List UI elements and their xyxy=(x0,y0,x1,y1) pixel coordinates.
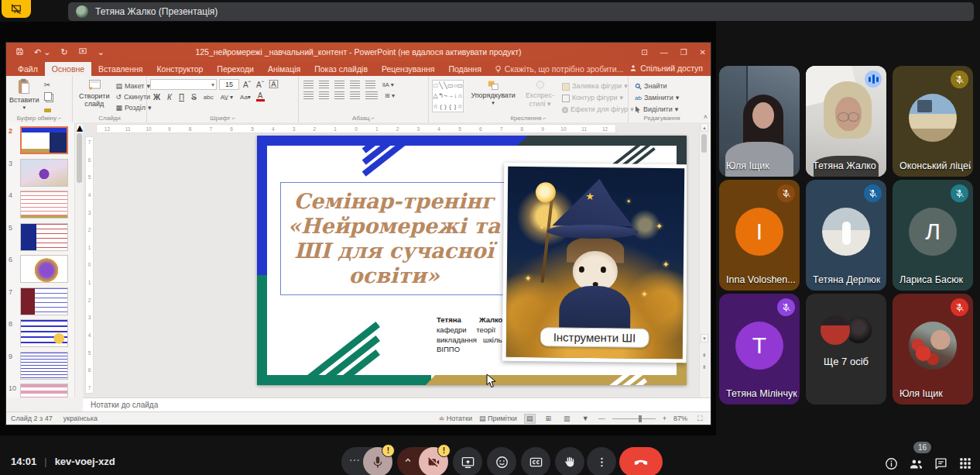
close-button[interactable]: ✕ xyxy=(700,48,706,57)
shape-option[interactable]: ☆ xyxy=(433,103,438,110)
comments-toggle[interactable]: ▤ Примітки xyxy=(479,415,517,422)
zoom-in-button[interactable]: + xyxy=(663,415,666,422)
line-spacing-button[interactable] xyxy=(365,81,375,88)
change-case-button[interactable]: Aa▾ xyxy=(238,94,252,101)
shape-option[interactable]: ↰ xyxy=(438,92,444,99)
tab-рецензування[interactable]: Рецензування xyxy=(375,62,441,76)
previous-slide-button[interactable]: ⇞ xyxy=(701,351,708,360)
fit-to-window-button[interactable]: ⛶ xyxy=(694,414,706,424)
thumbnail-preview[interactable] xyxy=(20,191,68,219)
customize-qat-button[interactable]: ⌄ xyxy=(98,47,105,57)
microphone-button[interactable]: ! xyxy=(363,447,392,475)
thumbnail-preview[interactable] xyxy=(20,159,68,187)
activities-button[interactable] xyxy=(955,453,975,473)
save-button[interactable] xyxy=(15,47,24,57)
font-name-combobox[interactable]: ▾ xyxy=(150,79,217,90)
slide-image[interactable]: ★ ✦ ✦ ✦ ✦ ✦ ✦ Інструменти ШІ xyxy=(502,163,687,363)
shape-option[interactable]: ▭ xyxy=(457,82,464,89)
slide-title-textbox[interactable]: Семінар-тренінг «Нейромережі та ШІ для с… xyxy=(280,182,508,295)
arrange-button[interactable]: Упорядкувати▾ xyxy=(468,80,518,106)
bold-button[interactable]: Ж xyxy=(152,93,162,102)
strikethrough-button[interactable]: S xyxy=(190,93,198,102)
shape-option[interactable]: } xyxy=(454,103,457,110)
next-slide-button[interactable]: ⇟ xyxy=(701,363,708,371)
shape-outline-button[interactable]: Контур фігури ▾ xyxy=(562,93,634,103)
raise-hand-button[interactable] xyxy=(555,447,584,475)
presenter-bar[interactable]: Тетяна Жалко (Презентація) xyxy=(68,2,974,21)
new-slide-button[interactable]: Створити слайд xyxy=(76,78,113,113)
shape-fill-button[interactable]: Заливка фігури ▾ xyxy=(562,81,634,91)
shape-option[interactable]: ) xyxy=(444,103,447,110)
justify-button[interactable] xyxy=(350,91,360,99)
shape-option[interactable]: ☆ xyxy=(457,103,463,110)
participants-button[interactable] xyxy=(906,453,926,473)
shapes-gallery[interactable]: □╲╲▭○▭△↰¬→↓⌂☆(){}☆ xyxy=(432,80,464,112)
align-left-button[interactable] xyxy=(303,91,314,99)
tab-показ-слайдів[interactable]: Показ слайдів xyxy=(307,62,375,76)
tab-подання[interactable]: Подання xyxy=(441,62,488,76)
thumbnail-preview[interactable] xyxy=(20,287,68,315)
thumbnail-preview[interactable] xyxy=(20,255,68,283)
shape-option[interactable]: ↓ xyxy=(454,92,457,99)
leave-call-button[interactable] xyxy=(619,447,663,475)
shape-effects-button[interactable]: Ефекти для фігур ▾ xyxy=(562,105,634,115)
grow-font-button[interactable]: Аˆ xyxy=(242,81,252,89)
canvas-scrollbar[interactable]: ▴ ▾ ⇞ ⇟ xyxy=(699,122,710,398)
quick-styles-button[interactable]: Експрес- стилі ▾ xyxy=(523,80,557,108)
participant-tile-6[interactable]: ЛЛариса Басюк xyxy=(893,180,973,291)
undo-button[interactable]: ↶ ⌄ xyxy=(34,47,51,57)
start-slideshow-button[interactable] xyxy=(78,47,87,57)
participant-tile-9[interactable]: Юля Іщик xyxy=(893,294,973,404)
scroll-up-icon[interactable]: ▴ xyxy=(701,123,708,132)
participant-tile-8[interactable]: Ще 7 осіб xyxy=(806,294,886,404)
notes-pane[interactable]: Нотатки до слайда xyxy=(83,398,711,411)
text-direction-button[interactable]: llA ▾ xyxy=(381,81,396,88)
ppt-share-button[interactable]: Спільний доступ xyxy=(629,64,703,73)
slide-thumbnail-2[interactable]: 2 xyxy=(6,126,74,157)
align-right-button[interactable] xyxy=(334,91,344,99)
participant-tile-5[interactable]: Тетяна Дерлюк xyxy=(806,180,886,291)
copy-button[interactable] xyxy=(43,92,53,102)
language-indicator[interactable]: українська xyxy=(63,415,98,422)
character-spacing-button[interactable]: AV̲ ▾ xyxy=(219,94,235,101)
collapse-ribbon-button[interactable]: ˄ xyxy=(704,113,708,121)
slideshow-view-button[interactable]: ▼ xyxy=(580,414,591,424)
thumbnail-preview[interactable] xyxy=(20,223,68,251)
shape-option[interactable]: △ xyxy=(433,92,438,99)
select-button[interactable]: Виділити ▾ xyxy=(635,105,695,115)
shape-option[interactable]: ╲ xyxy=(439,82,443,89)
ribbon-display-options-button[interactable]: ⊡ xyxy=(641,48,647,57)
tab-вставлення[interactable]: Вставлення xyxy=(91,62,149,76)
stop-presenting-button[interactable] xyxy=(2,0,31,18)
font-size-combobox[interactable]: 15 xyxy=(219,79,239,90)
slide-thumbnail-6[interactable]: 6 xyxy=(6,254,74,285)
meeting-details-button[interactable] xyxy=(881,453,901,473)
thumbnail-preview[interactable] xyxy=(20,126,68,154)
normal-view-button[interactable]: ▤ xyxy=(524,414,536,424)
participant-tile-1[interactable]: Юля Іщик xyxy=(719,66,800,177)
shape-option[interactable]: → xyxy=(447,92,454,99)
shape-option[interactable]: ( xyxy=(440,103,442,110)
numbering-button[interactable] xyxy=(319,81,329,88)
slide-thumbnail-5[interactable]: 5 xyxy=(6,222,74,253)
tell-me-box[interactable]: Скажіть, що потрібно зробити... xyxy=(495,64,624,76)
slide-thumbnail-3[interactable]: 3 xyxy=(6,158,74,189)
shape-option[interactable]: { xyxy=(449,103,451,110)
paste-button[interactable]: Вставити▾ xyxy=(6,78,43,114)
shrink-font-button[interactable]: Аˇ xyxy=(255,81,266,89)
decrease-indent-button[interactable] xyxy=(334,81,344,88)
slide-sorter-view-button[interactable]: ⊞ xyxy=(543,414,554,424)
participant-tile-2[interactable]: Тетяна Жалко xyxy=(806,66,886,177)
thumbnail-preview[interactable] xyxy=(20,352,68,380)
thumbnail-preview[interactable] xyxy=(20,384,68,398)
increase-indent-button[interactable] xyxy=(350,81,360,88)
underline-button[interactable]: П xyxy=(177,93,186,102)
minimize-button[interactable]: — xyxy=(660,48,668,57)
tab-файл[interactable]: Файл xyxy=(11,62,45,76)
shape-option[interactable]: ▭ xyxy=(447,82,454,89)
zoom-out-button[interactable]: — xyxy=(598,415,605,422)
slide-thumbnail-9[interactable]: 9 xyxy=(6,351,74,382)
tab-основне[interactable]: Основне xyxy=(45,62,91,76)
chat-button[interactable] xyxy=(930,453,951,473)
reactions-button[interactable] xyxy=(487,447,516,475)
